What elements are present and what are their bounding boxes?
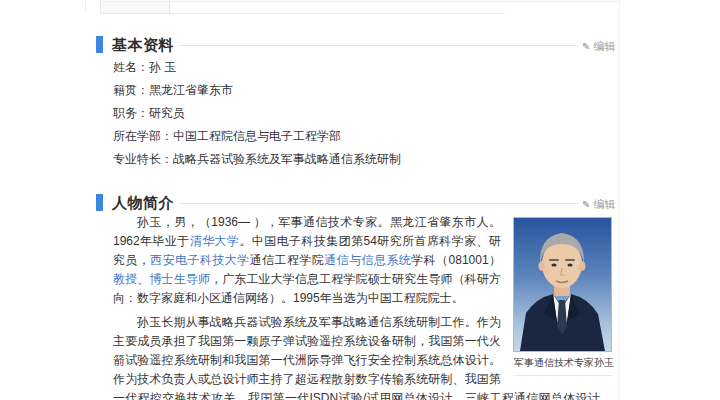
portrait-photo[interactable] xyxy=(513,217,612,352)
top-remnant-divider xyxy=(100,13,505,14)
field-label: 籍贯： xyxy=(113,83,149,97)
header-divider xyxy=(179,45,578,46)
edit-label: 编辑 xyxy=(593,198,615,210)
section-accent-bar xyxy=(96,36,103,53)
top-remnant-left-border xyxy=(85,0,86,13)
portrait-figure: 军事通信技术专家孙玉 xyxy=(513,217,612,376)
section-accent-bar xyxy=(96,194,103,211)
field-label: 专业特长： xyxy=(113,152,173,166)
field-value: 研究员 xyxy=(149,106,185,120)
edit-pencil-icon: ✎ xyxy=(582,199,590,210)
basic-info-row-name: 姓名：孙 玉 xyxy=(113,61,401,73)
portrait-caption: 军事通信技术专家孙玉 xyxy=(513,352,612,376)
header-divider xyxy=(179,203,578,204)
basic-info-edit-button[interactable]: ✎编辑 xyxy=(582,39,642,54)
field-label: 职务： xyxy=(113,106,149,120)
field-value: 中国工程院信息与电子工程学部 xyxy=(173,129,341,143)
top-remnant-border xyxy=(103,1,619,2)
profile-body: 军事通信技术专家孙玉 孙玉，男，（1936— ），军事通信技术专家。黑龙江省肇东… xyxy=(113,213,612,400)
edit-pencil-icon: ✎ xyxy=(582,41,590,52)
field-value: 战略兵器试验系统及军事战略通信系统研制 xyxy=(173,152,401,166)
basic-info-row-position: 职务：研究员 xyxy=(113,107,401,119)
edit-label: 编辑 xyxy=(593,40,615,52)
inline-entry-link[interactable]: 教授 xyxy=(113,272,137,286)
basic-info-row-birthplace: 籍贯：黑龙江省肇东市 xyxy=(113,84,401,96)
basic-info-list: 姓名：孙 玉 籍贯：黑龙江省肇东市 职务：研究员 所在学部：中国工程院信息与电子… xyxy=(113,61,401,176)
text-run: 、 xyxy=(137,272,149,286)
basic-info-row-division: 所在学部：中国工程院信息与电子工程学部 xyxy=(113,130,401,142)
field-label: 姓名： xyxy=(113,60,149,74)
baike-article-page: 基本资料 ✎编辑 姓名：孙 玉 籍贯：黑龙江省肇东市 职务：研究员 所在学部：中… xyxy=(0,0,720,400)
inline-entry-link[interactable]: 清华大学 xyxy=(190,234,240,248)
text-run: 学科（081001） xyxy=(411,253,501,267)
field-label: 所在学部： xyxy=(113,129,173,143)
basic-info-title: 基本资料 xyxy=(112,36,174,53)
inline-entry-link[interactable]: 通信与信息系统 xyxy=(324,253,411,267)
basic-info-row-specialty: 专业特长：战略兵器试验系统及军事战略通信系统研制 xyxy=(113,153,401,165)
profile-title: 人物简介 xyxy=(112,194,174,211)
field-value: 孙 玉 xyxy=(149,60,176,74)
profile-edit-button[interactable]: ✎编辑 xyxy=(582,197,642,212)
field-value: 黑龙江省肇东市 xyxy=(149,83,233,97)
inline-entry-link[interactable]: 博士生导师 xyxy=(149,272,210,286)
text-run: 通信工程学院 xyxy=(250,253,325,267)
inline-entry-link[interactable]: 西安电子科技大学 xyxy=(150,253,249,267)
